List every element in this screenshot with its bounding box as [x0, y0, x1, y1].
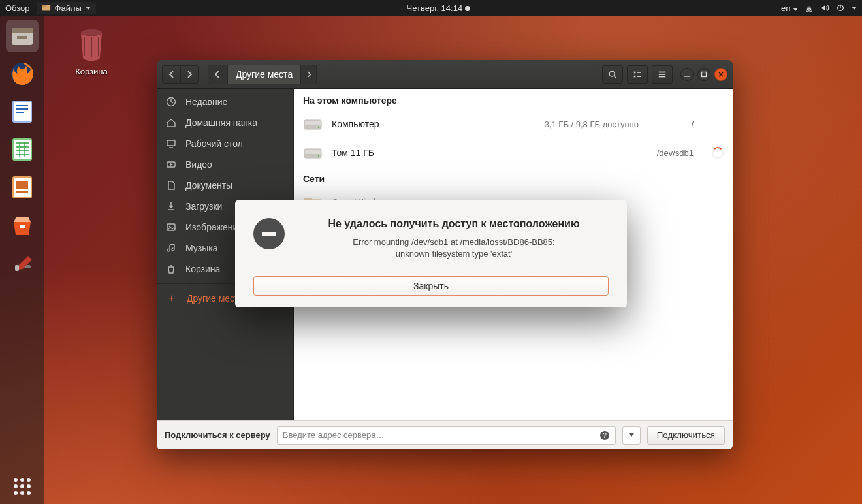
sidebar-item-label: Видео [185, 159, 212, 170]
dock-icon-calc[interactable] [6, 133, 39, 166]
activities-button[interactable]: Обзор [5, 3, 30, 13]
dialog-message-line1: Error mounting /dev/sdb1 at /media/losst… [299, 236, 609, 248]
desktop-icon-trash[interactable]: Корзина [65, 26, 118, 76]
svg-point-21 [609, 71, 615, 76]
drive-meta: 3,1 ГБ / 9,8 ГБ доступно [545, 119, 639, 129]
clock[interactable]: Четверг, 14:14 [96, 3, 781, 13]
sidebar-item-doc[interactable]: Документы [157, 175, 293, 196]
svg-rect-29 [684, 76, 690, 77]
notification-dot-icon [465, 6, 470, 11]
svg-point-38 [318, 127, 319, 128]
trash-icon [166, 264, 176, 274]
drive-row[interactable]: Том 11 ГБ/dev/sdb1 [294, 138, 733, 167]
connect-label: Подключиться к серверу [165, 430, 270, 440]
dialog-close-button[interactable]: Закрыть [253, 276, 609, 296]
home-icon [166, 118, 176, 128]
dock-icon-impress[interactable] [6, 171, 39, 204]
svg-rect-17 [20, 225, 25, 228]
show-applications-button[interactable] [0, 478, 44, 495]
volume-icon[interactable] [820, 3, 829, 12]
dock-icon-software[interactable] [6, 209, 39, 242]
svg-rect-16 [16, 191, 28, 193]
sidebar-item-desktop[interactable]: Рабочий стол [157, 133, 293, 154]
download-icon [166, 201, 176, 212]
chevron-down-icon [86, 7, 91, 10]
connect-to-server-bar: Подключиться к серверу Введите адрес сер… [157, 420, 733, 449]
harddrive-icon [303, 117, 323, 131]
chevron-down-icon [629, 433, 634, 437]
section-header-networks: Сети [294, 167, 733, 188]
svg-rect-22 [634, 71, 636, 73]
network-icon[interactable] [805, 3, 814, 12]
svg-rect-32 [167, 140, 175, 146]
dock [0, 16, 44, 504]
svg-point-20 [81, 29, 102, 36]
window-maximize-button[interactable] [697, 68, 710, 81]
window-minimize-button[interactable] [680, 68, 694, 81]
harddrive-icon [303, 146, 323, 160]
path-overflow-button[interactable] [301, 65, 317, 84]
drive-mount: / [648, 119, 694, 129]
server-history-button[interactable] [622, 426, 641, 445]
svg-rect-25 [637, 76, 641, 77]
view-list-button[interactable] [627, 65, 648, 84]
sidebar-item-label: Документы [185, 180, 232, 191]
path-segment-active[interactable]: Другие места [227, 65, 301, 84]
section-header-this-pc: На этом компьютере [294, 89, 733, 110]
path-root-button[interactable] [208, 65, 227, 84]
svg-rect-10 [16, 105, 28, 106]
error-icon [253, 218, 285, 249]
chevron-down-icon[interactable] [852, 7, 857, 10]
clock-icon [166, 97, 176, 107]
server-address-input[interactable]: Введите адрес сервера… ? [277, 426, 616, 445]
desktop-icon [166, 138, 176, 149]
error-dialog: Не удалось получить доступ к местоположе… [235, 200, 627, 307]
sidebar-item-clock[interactable]: Недавние [157, 91, 293, 112]
dialog-message-line2: unknown filesystem type 'exfat' [299, 248, 609, 260]
power-icon[interactable] [836, 3, 845, 12]
server-address-placeholder: Введите адрес сервера… [283, 430, 599, 440]
connect-button[interactable]: Подключиться [647, 426, 725, 445]
dock-icon-settings[interactable] [6, 247, 39, 279]
svg-rect-24 [637, 72, 641, 73]
dock-icon-firefox[interactable] [6, 57, 39, 90]
drive-mount: /dev/sdb1 [648, 148, 694, 158]
dock-icon-archive-manager[interactable] [6, 20, 39, 52]
nav-back-button[interactable] [162, 65, 180, 84]
sidebar-item-label: Изображения [185, 222, 243, 232]
svg-text:?: ? [603, 432, 607, 439]
sidebar-item-label: Музыка [185, 243, 218, 253]
drive-row[interactable]: Компьютер3,1 ГБ / 9,8 ГБ доступно/ [294, 110, 733, 138]
trash-icon [75, 26, 108, 62]
svg-rect-15 [16, 181, 28, 189]
drive-name: Том 11 ГБ [332, 148, 630, 158]
app-menu[interactable]: Файлы [37, 2, 96, 14]
desktop-icon-label: Корзина [65, 67, 118, 76]
loading-spinner-icon [712, 147, 724, 159]
hamburger-menu-button[interactable] [652, 65, 673, 84]
dialog-title: Не удалось получить доступ к местоположе… [299, 218, 609, 230]
sidebar-item-home[interactable]: Домашняя папка [157, 112, 293, 133]
dock-icon-writer[interactable] [6, 95, 39, 128]
svg-rect-19 [15, 265, 19, 271]
svg-rect-26 [659, 71, 666, 72]
chevron-down-icon [793, 8, 798, 11]
keyboard-layout-indicator[interactable]: en [781, 3, 798, 13]
nav-forward-button[interactable] [180, 65, 199, 84]
svg-rect-3 [840, 5, 840, 8]
svg-rect-12 [16, 112, 24, 113]
svg-rect-1 [42, 5, 45, 7]
svg-rect-5 [12, 28, 33, 33]
doc-icon [166, 180, 176, 191]
svg-rect-28 [659, 76, 666, 77]
search-button[interactable] [602, 65, 623, 84]
window-close-button[interactable] [714, 68, 727, 81]
svg-rect-6 [17, 36, 27, 39]
window-titlebar[interactable]: Другие места [157, 60, 733, 89]
files-app-icon [42, 3, 51, 12]
help-icon: ? [599, 430, 610, 441]
image-icon [166, 222, 176, 232]
video-icon [166, 159, 176, 170]
svg-rect-27 [659, 74, 666, 75]
sidebar-item-video[interactable]: Видео [157, 154, 293, 175]
